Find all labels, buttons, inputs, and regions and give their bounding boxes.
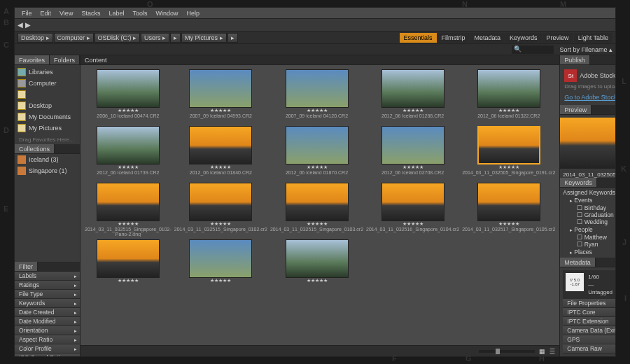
- breadcrumb-item[interactable]: ▸: [170, 33, 181, 43]
- filter-group[interactable]: Color Profile: [15, 344, 80, 354]
- workspace-tab-filmstrip[interactable]: Filmstrip: [438, 33, 470, 43]
- thumbnail[interactable]: ★★★★★2014_03_11_032515_Singapore_0103.cr…: [270, 183, 363, 237]
- breadcrumb-item[interactable]: Desktop ▸: [18, 33, 53, 43]
- thumbnail[interactable]: ★★★★★: [270, 239, 363, 293]
- filter-group[interactable]: Date Created: [15, 308, 80, 317]
- tab-publish[interactable]: Publish: [560, 55, 590, 64]
- breadcrumb-item[interactable]: Computer ▸: [54, 33, 94, 43]
- tree-item[interactable]: My Pictures: [15, 122, 80, 134]
- menu-view[interactable]: View: [55, 10, 77, 17]
- breadcrumb-item[interactable]: OSDisk (C:) ▸: [94, 33, 141, 43]
- thumbnail[interactable]: ★★★★★2007_09 Iceland 04593.CR2: [174, 69, 267, 123]
- rating-stars[interactable]: ★★★★★: [498, 108, 519, 113]
- rating-stars[interactable]: ★★★★★: [118, 108, 139, 113]
- adobe-stock-link[interactable]: Go to Adobe Stock: [564, 94, 615, 101]
- thumbnail[interactable]: ★★★★★2014_03_11_032515_Singapore_0102-Pa…: [85, 183, 172, 237]
- breadcrumb-item[interactable]: Users ▸: [141, 33, 169, 43]
- workspace-tab-metadata[interactable]: Metadata: [470, 33, 505, 43]
- metadata-section[interactable]: IPTC Core: [563, 308, 615, 317]
- keyword-group[interactable]: Events: [563, 196, 615, 204]
- thumbnail[interactable]: ★★★★★2014_03_11_032515_Singapore_0102.cr…: [174, 183, 267, 237]
- tab-preview[interactable]: Preview: [560, 105, 592, 114]
- thumbnail[interactable]: ★★★★★2014_03_11_032517_Singapore_0105.cr…: [462, 183, 555, 237]
- metadata-section[interactable]: Camera Raw: [563, 344, 615, 354]
- workspace-tab-essentials[interactable]: Essentials: [400, 33, 437, 43]
- tab-folders[interactable]: Folders: [50, 55, 80, 64]
- rating-stars[interactable]: ★★★★★: [118, 278, 139, 284]
- thumbnail[interactable]: ★★★★★2006_10 Iceland 00474.CR2: [85, 69, 172, 123]
- thumbnail[interactable]: ★★★★★2014_03_11_032516_Singapore_0104.cr…: [366, 183, 459, 237]
- rating-stars[interactable]: ★★★★★: [402, 164, 424, 170]
- keyword-item[interactable]: Birthday: [563, 204, 615, 211]
- rating-stars[interactable]: ★★★★★: [307, 221, 328, 227]
- rating-stars[interactable]: ★★★★★: [118, 164, 139, 170]
- tab-keywords[interactable]: Keywords: [560, 178, 597, 187]
- forward-button[interactable]: ▶: [25, 21, 31, 29]
- keyword-group[interactable]: People: [563, 225, 615, 234]
- tree-item[interactable]: Libraries: [15, 66, 80, 78]
- tree-item[interactable]: [15, 89, 80, 100]
- rating-stars[interactable]: ★★★★★: [210, 108, 231, 113]
- filter-group[interactable]: Orientation: [15, 326, 80, 335]
- menu-help[interactable]: Help: [182, 10, 204, 17]
- workspace-tab-preview[interactable]: Preview: [542, 33, 573, 43]
- breadcrumb-item[interactable]: ▸: [227, 33, 238, 43]
- rating-stars[interactable]: ★★★★★: [210, 278, 231, 284]
- rating-stars[interactable]: ★★★★★: [402, 108, 424, 113]
- thumbnail[interactable]: ★★★★★2012_06 Iceland 01322.CR2: [462, 69, 555, 123]
- breadcrumb-item[interactable]: My Pictures ▸: [181, 33, 227, 43]
- rating-stars[interactable]: ★★★★★: [307, 108, 328, 113]
- keyword-item[interactable]: Ryan: [563, 241, 615, 248]
- grid-view-button[interactable]: ▦: [539, 348, 545, 355]
- filter-group[interactable]: Keywords: [15, 299, 80, 308]
- metadata-section[interactable]: File Properties: [563, 299, 615, 308]
- rating-stars[interactable]: ★★★★★: [498, 221, 519, 227]
- thumbnail[interactable]: ★★★★★2012_06 Iceland 01840.CR2: [174, 126, 267, 180]
- thumbnail[interactable]: ★★★★★2007_09 Iceland 04120.CR2: [270, 69, 363, 123]
- thumbnail[interactable]: ★★★★★2014_03_11_032505_Singapore_0191.cr…: [462, 126, 555, 180]
- tree-item[interactable]: Desktop: [15, 100, 80, 111]
- keyword-group[interactable]: Places: [563, 248, 615, 256]
- list-view-button[interactable]: ☰: [550, 348, 555, 355]
- rating-stars[interactable]: ★★★★★: [210, 164, 231, 170]
- rating-stars[interactable]: ★★★★★: [402, 221, 424, 227]
- tab-collections[interactable]: Collections: [15, 144, 55, 153]
- back-button[interactable]: ◀: [18, 21, 23, 29]
- rating-stars[interactable]: ★★★★★: [210, 221, 231, 227]
- filter-group[interactable]: File Type: [15, 290, 80, 299]
- metadata-section[interactable]: IPTC Extension: [563, 317, 615, 326]
- keyword-item[interactable]: Graduation: [563, 211, 615, 218]
- menu-stacks[interactable]: Stacks: [77, 10, 104, 17]
- rating-stars[interactable]: ★★★★★: [307, 278, 328, 284]
- sort-menu[interactable]: Sort by Filename ▴: [559, 46, 612, 53]
- metadata-section[interactable]: Camera Data (Exif): [563, 326, 615, 335]
- keyword-item[interactable]: Wedding: [563, 218, 615, 225]
- workspace-tab-keywords[interactable]: Keywords: [505, 33, 542, 43]
- rating-stars[interactable]: ★★★★★: [118, 221, 139, 227]
- tab-metadata[interactable]: Metadata: [560, 258, 596, 267]
- collection-item[interactable]: Iceland (3): [15, 154, 80, 165]
- menu-label[interactable]: Label: [104, 10, 128, 17]
- filter-group[interactable]: Labels: [15, 272, 80, 281]
- thumbnail[interactable]: ★★★★★: [85, 239, 172, 293]
- workspace-tab-light table[interactable]: Light Table: [574, 33, 612, 43]
- menu-file[interactable]: File: [18, 10, 36, 17]
- tree-item[interactable]: Computer: [15, 78, 80, 89]
- menu-edit[interactable]: Edit: [36, 10, 56, 17]
- filter-group[interactable]: Ratings: [15, 281, 80, 290]
- rating-stars[interactable]: ★★★★★: [307, 164, 328, 170]
- thumbnail[interactable]: ★★★★★2012_06 Iceland 01288.CR2: [366, 69, 459, 123]
- rating-stars[interactable]: ★★★★★: [498, 164, 519, 170]
- collection-item[interactable]: Singapore (1): [15, 165, 80, 176]
- thumbnail[interactable]: ★★★★★2012_06 Iceland 02708.CR2: [366, 126, 459, 180]
- thumbnail[interactable]: ★★★★★2012_06 Iceland 01739.CR2: [85, 126, 172, 180]
- thumbnail[interactable]: ★★★★★: [174, 239, 267, 293]
- content-tab[interactable]: Content: [80, 55, 559, 65]
- menu-tools[interactable]: Tools: [128, 10, 151, 17]
- thumbnail-zoom-slider[interactable]: [479, 350, 535, 353]
- tab-filter[interactable]: Filter: [15, 262, 38, 271]
- metadata-section[interactable]: GPS: [563, 335, 615, 344]
- filter-group[interactable]: Date Modified: [15, 317, 80, 326]
- keyword-item[interactable]: Matthew: [563, 234, 615, 241]
- tab-favorites[interactable]: Favorites: [15, 55, 50, 64]
